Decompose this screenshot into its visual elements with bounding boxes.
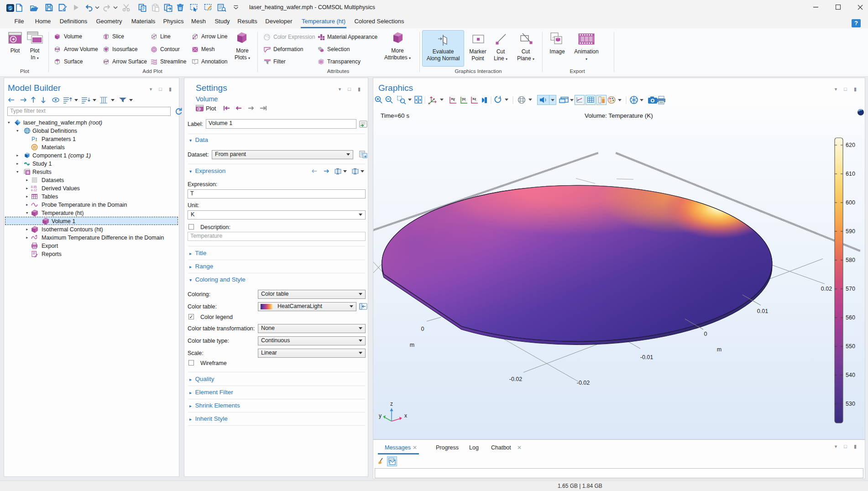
svg-text:z: z (390, 401, 393, 407)
svg-text:yz: yz (462, 97, 465, 101)
svg-text:P: P (31, 136, 35, 142)
svg-text:e-12: e-12 (31, 188, 37, 192)
svg-text:0: 0 (421, 326, 424, 332)
svg-text:0.01: 0.01 (757, 308, 768, 314)
svg-text:610: 610 (846, 171, 855, 177)
svg-text:0.02: 0.02 (821, 286, 832, 292)
svg-text:m: m (717, 346, 722, 353)
svg-text:560: 560 (846, 314, 855, 321)
svg-text:570: 570 (846, 286, 855, 292)
svg-text:580: 580 (846, 257, 855, 263)
svg-text:530: 530 (846, 401, 855, 407)
svg-text:600: 600 (846, 199, 855, 206)
svg-text:m: m (410, 342, 414, 348)
svg-text:540: 540 (846, 372, 855, 378)
svg-text:-0.02: -0.02 (577, 380, 590, 386)
svg-text:-0.02: -0.02 (509, 376, 523, 382)
svg-text:y: y (379, 413, 382, 419)
svg-text:x: x (404, 413, 407, 419)
svg-text:590: 590 (846, 228, 855, 235)
svg-text:xy: xy (451, 97, 455, 101)
svg-text:T: T (193, 60, 196, 63)
svg-text:0: 0 (704, 331, 707, 337)
svg-text:8.85: 8.85 (31, 185, 37, 188)
svg-text:Time=60 s: Time=60 s (381, 112, 409, 119)
svg-text:620: 620 (846, 142, 855, 148)
svg-text:xz: xz (472, 97, 476, 101)
svg-text:Volume: Temperature (K): Volume: Temperature (K) (585, 112, 653, 119)
svg-text:-0.01: -0.01 (640, 354, 654, 360)
svg-text:550: 550 (846, 343, 855, 350)
